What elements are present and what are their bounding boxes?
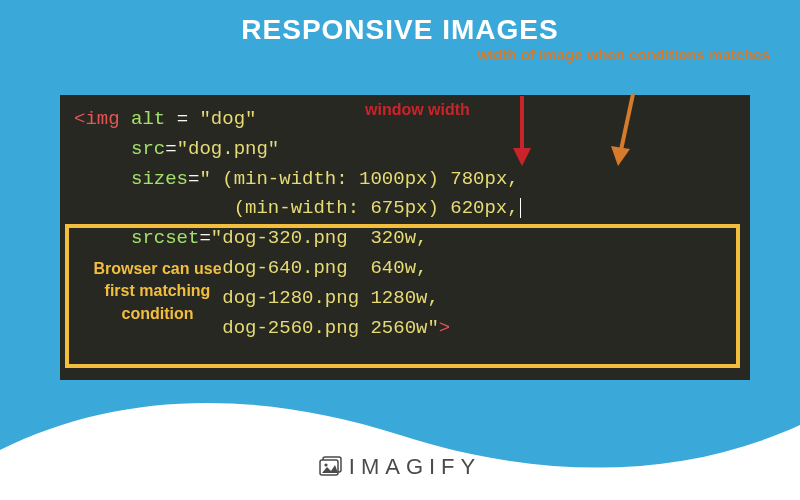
code-val: " (min-width: 1000px) 780px, [199, 168, 518, 190]
logo-icon [319, 454, 345, 482]
code-eq: = [165, 138, 176, 160]
code-attr: srcset [74, 227, 199, 249]
text-cursor [520, 198, 521, 218]
code-block: <img alt = "dog" src="dog.png" sizes=" (… [60, 95, 750, 380]
code-attr: sizes [74, 168, 188, 190]
logo-text: IMAGIFY [349, 454, 481, 479]
code-val: (min-width: 675px) 620px, [74, 197, 519, 219]
code-val: "dog-320.png 320w, [211, 227, 428, 249]
code-tag: > [439, 317, 450, 339]
code-eq: = [199, 227, 210, 249]
code-tag: <img [74, 108, 120, 130]
code-eq: = [177, 108, 200, 130]
wave-decoration [0, 380, 800, 500]
logo: IMAGIFY [0, 454, 800, 482]
code-val: "dog" [199, 108, 256, 130]
code-attr: alt [120, 108, 177, 130]
code-eq: = [188, 168, 199, 190]
code-val: "dog.png" [177, 138, 280, 160]
svg-point-6 [324, 463, 327, 466]
annotation-window-width: window width [365, 101, 470, 119]
code-attr: src [74, 138, 165, 160]
annotation-image-width: width of image when conditions matches [477, 46, 770, 65]
annotation-browser-note: Browser can use first matching condition [80, 258, 235, 325]
